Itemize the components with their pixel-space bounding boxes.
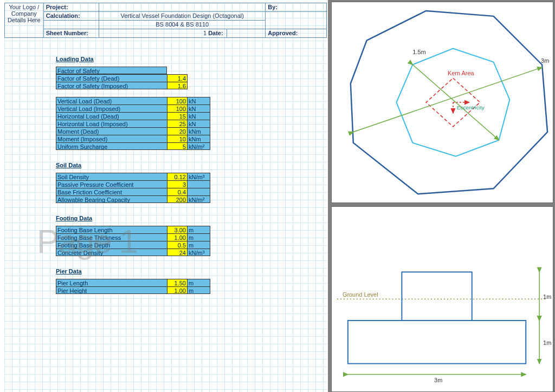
pier-outline <box>402 272 472 321</box>
calculation-label: Calculation: <box>43 12 99 21</box>
base-thk-dim-label: 1m <box>543 339 551 346</box>
hload-imp-value[interactable]: 25 <box>167 120 188 127</box>
vload-dead-label: Vertical Load (Dead) <box>56 97 167 104</box>
kern-area-label: Kern Area <box>448 70 475 76</box>
moment-imp-label: Moment (Imposed) <box>56 135 167 142</box>
pier-length-unit: m <box>188 279 210 286</box>
pier-height-label: Pier Height <box>56 286 167 294</box>
calculation-value[interactable]: Vertical Vessel Foundation Design (Octag… <box>99 12 266 21</box>
bearing-cap-value[interactable]: 200 <box>167 195 188 203</box>
fos-dead-label: Factor of Safety (Dead) <box>56 74 167 82</box>
hload-imp-label: Horizontal Load (Imposed) <box>56 120 167 127</box>
moment-imp-value[interactable]: 10 <box>167 135 188 142</box>
footing-length-unit: m <box>188 226 210 233</box>
fos-dead-value[interactable]: 1.4 <box>167 74 188 82</box>
project-label: Project: <box>43 3 99 12</box>
footing-thk-label: Footing Base Thickness <box>56 233 167 241</box>
sheet-number-value[interactable]: 1 Date: <box>99 29 227 38</box>
hload-dead-label: Horizontal Load (Dead) <box>56 112 167 120</box>
spreadsheet-panel: Your Logo / Company Details Here Project… <box>0 0 328 392</box>
friction-coef-label: Base Friction Coefficient <box>56 188 167 195</box>
moment-dead-unit: kNm <box>188 127 210 135</box>
diagram-panel: Kern Area Eccentricity 1.5m 3m Ground Le… <box>328 0 555 392</box>
passive-coef-unit <box>188 180 210 188</box>
vload-dead-value[interactable]: 100 <box>167 97 188 104</box>
project-value[interactable] <box>99 3 266 12</box>
vload-dead-unit: kN <box>188 97 210 104</box>
approved-label: Approved: <box>266 29 327 38</box>
friction-coef-unit <box>188 188 210 195</box>
soil-density-unit: kN/m³ <box>188 173 210 180</box>
moment-dead-value[interactable]: 20 <box>167 127 188 135</box>
bearing-cap-label: Allowable Bearing Capacity <box>56 195 167 203</box>
by-label: By: <box>266 3 327 12</box>
by-value[interactable] <box>266 12 327 29</box>
code-ref: BS 8004 & BS 8110 <box>99 21 266 29</box>
logo-placeholder: Your Logo / Company Details Here <box>5 3 44 38</box>
footing-thk-unit: m <box>188 233 210 241</box>
sheet-number-label: Sheet Number: <box>43 29 99 38</box>
surcharge-unit: kN/m² <box>188 142 210 150</box>
footing-length-value[interactable]: 3.00 <box>167 226 188 233</box>
vload-imp-unit: kN <box>188 104 210 112</box>
eccentricity-label: Eccentricity <box>457 104 485 110</box>
inner-dim-label: 1.5m <box>412 49 425 55</box>
pier-height-unit: m <box>188 286 210 294</box>
soil-density-value[interactable]: 0.12 <box>167 173 188 180</box>
hload-imp-unit: kN <box>188 120 210 127</box>
fos-header: Factor of Safety <box>56 67 167 74</box>
fos-imposed-value[interactable]: 1.6 <box>167 82 188 89</box>
vload-imp-label: Vertical Load (Imposed) <box>56 104 167 112</box>
outer-dim-arrow <box>353 67 542 132</box>
pier-length-label: Pier Length <box>56 279 167 286</box>
loading-data-title: Loading Data <box>56 56 327 62</box>
worksheet: Your Logo / Company Details Here Project… <box>4 3 327 392</box>
elevation-view-diagram: Ground Level 1m 1m 3m <box>331 206 553 391</box>
concrete-density-value[interactable]: 24 <box>167 249 188 256</box>
passive-coef-label: Passive Pressure Coefficient <box>56 180 167 188</box>
plan-view-diagram: Kern Area Eccentricity 1.5m 3m <box>331 2 553 203</box>
moment-imp-unit: kNm <box>188 135 210 142</box>
surcharge-label: Uniform Surcharge <box>56 142 167 150</box>
pier-height-value[interactable]: 1.00 <box>167 286 188 294</box>
footing-data-title: Footing Data <box>56 215 327 221</box>
base-outline <box>348 321 526 364</box>
footing-depth-unit: m <box>188 241 210 249</box>
outer-octagon-icon <box>351 11 547 194</box>
friction-coef-value[interactable]: 0.4 <box>167 188 188 195</box>
outer-dim-label: 3m <box>541 57 549 64</box>
hload-dead-unit: kN <box>188 112 210 120</box>
pier-length-value[interactable]: 1.50 <box>167 279 188 286</box>
passive-coef-value[interactable]: 3 <box>167 180 188 188</box>
hload-dead-value[interactable]: 15 <box>167 112 188 120</box>
base-width-dim-label: 3m <box>434 377 442 384</box>
fos-imposed-label: Factor of Safety (Imposed) <box>56 82 167 89</box>
vload-imp-value[interactable]: 100 <box>167 104 188 112</box>
pier-data-title: Pier Data <box>56 268 327 275</box>
moment-dead-label: Moment (Dead) <box>56 127 167 135</box>
header-table: Your Logo / Company Details Here Project… <box>4 3 327 38</box>
concrete-density-label: Concrete Density <box>56 249 167 256</box>
depth-dim-label: 1m <box>543 293 551 300</box>
concrete-density-unit: kN/m³ <box>188 249 210 256</box>
date-value[interactable] <box>227 29 266 38</box>
footing-length-label: Footing Base Length <box>56 226 167 233</box>
surcharge-value[interactable]: 5 <box>167 142 188 150</box>
footing-depth-value[interactable]: 0.5 <box>167 241 188 249</box>
soil-data-title: Soil Data <box>56 162 327 168</box>
footing-depth-label: Footing Base Depth <box>56 241 167 249</box>
ground-label: Ground Level <box>343 291 378 298</box>
footing-thk-value[interactable]: 1.00 <box>167 233 188 241</box>
soil-density-label: Soil Density <box>56 173 167 180</box>
bearing-cap-unit: kN/m² <box>188 195 210 203</box>
